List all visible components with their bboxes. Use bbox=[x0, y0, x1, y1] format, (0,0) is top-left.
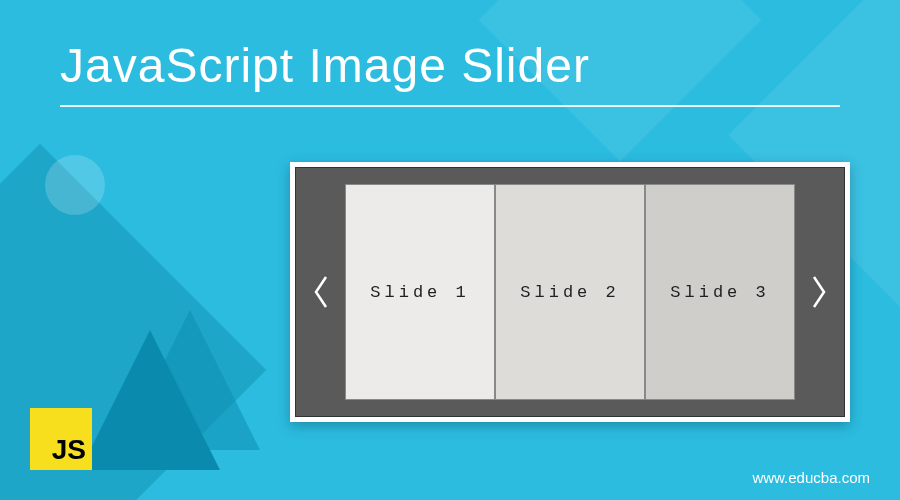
prev-arrow-button[interactable] bbox=[297, 274, 345, 310]
slide-label: Slide 1 bbox=[370, 283, 469, 302]
slide-label: Slide 2 bbox=[520, 283, 619, 302]
watermark-text: www.educba.com bbox=[752, 469, 870, 486]
image-slider: Slide 1 Slide 2 Slide 3 bbox=[290, 162, 850, 422]
slider-track-container: Slide 1 Slide 2 Slide 3 bbox=[295, 167, 845, 417]
slide-1[interactable]: Slide 1 bbox=[345, 184, 495, 400]
next-arrow-button[interactable] bbox=[795, 274, 843, 310]
slide-2[interactable]: Slide 2 bbox=[495, 184, 645, 400]
js-logo: JS bbox=[30, 408, 92, 470]
slide-label: Slide 3 bbox=[670, 283, 769, 302]
page-title: JavaScript Image Slider bbox=[60, 38, 840, 107]
bg-triangles bbox=[95, 310, 235, 470]
bg-circle bbox=[45, 155, 105, 215]
chevron-left-icon bbox=[311, 274, 331, 310]
slides-track: Slide 1 Slide 2 Slide 3 bbox=[345, 184, 795, 400]
js-logo-text: JS bbox=[52, 434, 86, 466]
chevron-right-icon bbox=[809, 274, 829, 310]
slide-3[interactable]: Slide 3 bbox=[645, 184, 795, 400]
